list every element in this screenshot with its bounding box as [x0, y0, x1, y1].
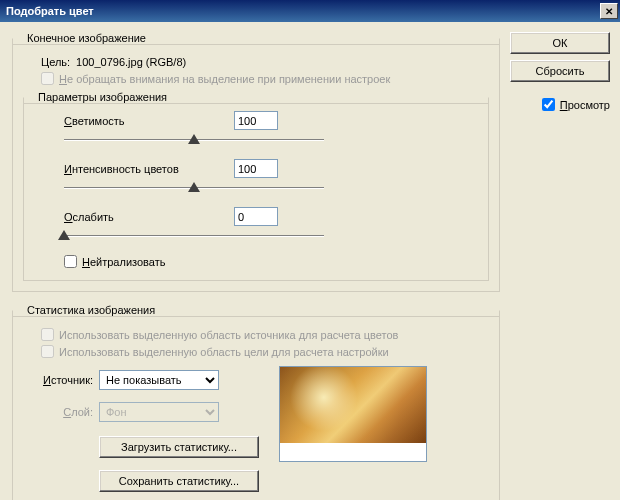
ignore-selection-input	[41, 72, 54, 85]
intensity-label: Интенсивность цветов	[64, 163, 234, 175]
reset-button[interactable]: Сбросить	[510, 60, 610, 82]
target-value: 100_0796.jpg (RGB/8)	[76, 56, 186, 68]
use-tgt-selection-checkbox: Использовать выделенную область цели для…	[41, 345, 389, 358]
slider-thumb[interactable]	[58, 230, 70, 240]
preview-thumbnail	[279, 366, 427, 462]
layer-select: Фон	[99, 402, 219, 422]
save-stats-button[interactable]: Сохранить статистику...	[99, 470, 259, 492]
preview-checkbox[interactable]: Просмотр	[510, 98, 610, 111]
image-params-group: Параметры изображения Светимость Интенси…	[23, 91, 489, 281]
stats-legend: Статистика изображения	[23, 304, 159, 316]
load-stats-button[interactable]: Загрузить статистику...	[99, 436, 259, 458]
thumbnail-image	[280, 367, 426, 443]
slider-track	[64, 235, 324, 237]
neutralize-input[interactable]	[64, 255, 77, 268]
use-src-selection-label: Использовать выделенную область источник…	[59, 329, 398, 341]
neutralize-checkbox[interactable]: Нейтрализовать	[64, 255, 165, 268]
source-select[interactable]: Не показывать	[99, 370, 219, 390]
ignore-selection-checkbox: Не обращать внимания на выделение при пр…	[41, 72, 390, 85]
use-src-selection-input	[41, 328, 54, 341]
target-label: Цель:	[41, 56, 70, 68]
close-button[interactable]: ✕	[600, 3, 618, 19]
intensity-input[interactable]	[234, 159, 278, 178]
use-tgt-selection-input	[41, 345, 54, 358]
intensity-slider[interactable]	[64, 181, 324, 197]
use-tgt-selection-label: Использовать выделенную область цели для…	[59, 346, 389, 358]
titlebar: Подобрать цвет ✕	[0, 0, 620, 22]
source-label: Источник:	[23, 374, 93, 386]
layer-label: Слой:	[23, 406, 93, 418]
luminance-slider[interactable]	[64, 133, 324, 149]
destination-group: Конечное изображение Цель: 100_0796.jpg …	[12, 32, 500, 292]
fade-slider[interactable]	[64, 229, 324, 245]
window-title: Подобрать цвет	[6, 5, 94, 17]
image-params-legend: Параметры изображения	[34, 91, 171, 103]
ignore-selection-label: Не обращать внимания на выделение при пр…	[59, 73, 390, 85]
fade-label: Ослабить	[64, 211, 234, 223]
slider-thumb[interactable]	[188, 182, 200, 192]
preview-label: Просмотр	[560, 99, 610, 111]
slider-thumb[interactable]	[188, 134, 200, 144]
use-src-selection-checkbox: Использовать выделенную область источник…	[41, 328, 398, 341]
neutralize-label: Нейтрализовать	[82, 256, 165, 268]
luminance-label: Светимость	[64, 115, 234, 127]
luminance-input[interactable]	[234, 111, 278, 130]
ok-button[interactable]: ОК	[510, 32, 610, 54]
fade-input[interactable]	[234, 207, 278, 226]
close-icon: ✕	[605, 6, 613, 17]
stats-group: Статистика изображения Использовать выде…	[12, 304, 500, 500]
preview-input[interactable]	[542, 98, 555, 111]
destination-legend: Конечное изображение	[23, 32, 150, 44]
